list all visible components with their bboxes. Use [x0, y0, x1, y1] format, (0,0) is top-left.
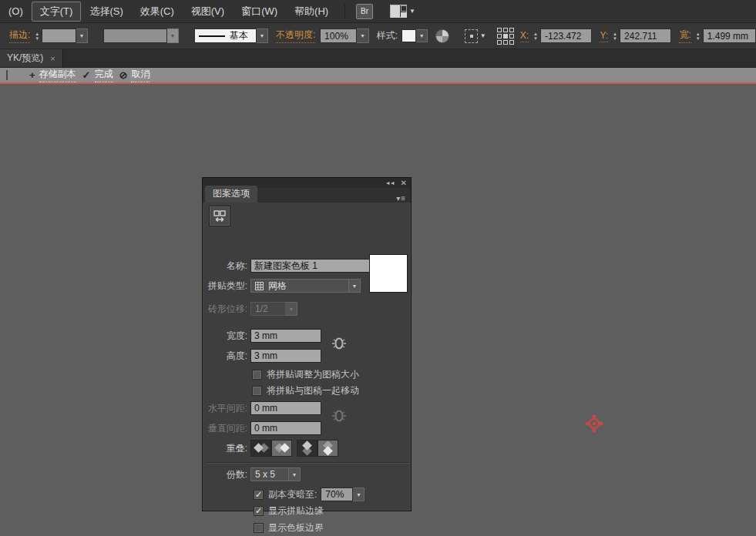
- reference-point-locator[interactable]: [497, 28, 514, 45]
- chevron-down-icon[interactable]: ▼: [480, 32, 486, 39]
- menu-item-type[interactable]: 文字(T): [32, 2, 82, 22]
- width-label[interactable]: 宽:: [679, 28, 690, 43]
- bridge-icon[interactable]: Br: [356, 4, 373, 19]
- move-tile-with-art-label: 将拼贴与图稿一起移动: [267, 384, 359, 397]
- dim-copies-label: 副本变暗至:: [268, 488, 317, 501]
- h-spacing-label: 水平间距:: [203, 402, 250, 415]
- show-swatch-bounds-checkbox[interactable]: [254, 523, 264, 533]
- stroke-weight-field[interactable]: [42, 28, 76, 43]
- overlap-bottom-in-front-button[interactable]: [318, 440, 338, 457]
- y-stepper[interactable]: ▲▼: [613, 32, 617, 41]
- workspace-layout-icon[interactable]: [390, 5, 407, 18]
- tile-type-label: 拼贴类型:: [203, 280, 250, 293]
- plus-icon: +: [29, 69, 35, 81]
- tile-width-label: 宽度:: [203, 330, 250, 343]
- size-tile-to-art-label: 将拼贴调整为图稿大小: [267, 368, 359, 381]
- close-icon[interactable]: ✕: [401, 179, 407, 187]
- style-dropdown-button[interactable]: ▼: [416, 29, 428, 42]
- opacity-field[interactable]: 100%: [320, 28, 357, 43]
- tile-type-dropdown[interactable]: 网格: [250, 279, 349, 293]
- pattern-tile-tool-icon: [213, 209, 227, 223]
- close-icon[interactable]: ×: [50, 54, 55, 63]
- style-label: 样式:: [377, 29, 398, 42]
- pattern-options-panel: ◄◄ ✕ 图案选项 ▾≡ 名称: 拼贴类型:: [202, 177, 412, 511]
- center-dot: [470, 35, 473, 38]
- brick-offset-value: 1/2: [255, 303, 268, 314]
- chevron-down-icon: ▼: [360, 33, 365, 39]
- dim-copies-dropdown-button[interactable]: ▼: [353, 487, 365, 501]
- panel-menu-icon[interactable]: ▾≡: [396, 194, 411, 203]
- workspace-cell: [401, 5, 407, 12]
- tile-height-input[interactable]: [250, 349, 321, 363]
- chevron-down-icon: ▼: [259, 33, 264, 39]
- document-tab[interactable]: YK/预览) ×: [0, 49, 63, 67]
- show-swatch-bounds-label: 显示色板边界: [268, 521, 324, 534]
- tile-width-input[interactable]: [250, 329, 321, 343]
- opacity-dropdown-button[interactable]: ▼: [357, 28, 368, 43]
- overlap-vertical-group: [297, 440, 338, 457]
- document-tab-title: YK/预览): [7, 52, 43, 65]
- copies-dropdown-button[interactable]: ▼: [289, 467, 301, 481]
- copies-dropdown[interactable]: 5 x 5: [250, 467, 289, 481]
- chevron-down-icon: ▼: [419, 33, 425, 39]
- chevron-down-icon[interactable]: ▼: [409, 8, 415, 15]
- tile-type-dropdown-button[interactable]: ▼: [349, 279, 361, 293]
- select-similar-icon[interactable]: [465, 29, 478, 43]
- save-copy-button[interactable]: 存储副本: [39, 68, 76, 82]
- move-tile-with-art-checkbox[interactable]: [252, 386, 262, 396]
- brick-offset-dropdown: 1/2: [250, 302, 286, 316]
- overlap-label: 重叠:: [203, 442, 250, 455]
- chevron-down-icon: ▼: [356, 492, 361, 497]
- cancel-button[interactable]: 取消: [131, 68, 150, 82]
- recolor-artwork-icon[interactable]: [435, 29, 449, 43]
- width-field[interactable]: 1.499 mm: [703, 28, 756, 43]
- mode-bar-divider: [6, 70, 8, 80]
- variable-width-dropdown-button[interactable]: ▼: [167, 28, 179, 43]
- dim-copies-dropdown[interactable]: 70%: [321, 487, 353, 501]
- v-spacing-label: 垂直间距:: [203, 422, 250, 435]
- dim-copies-checkbox[interactable]: ✓: [254, 490, 264, 500]
- document-tab-bar: YK/预览) ×: [0, 49, 756, 68]
- stroke-label[interactable]: 描边:: [9, 28, 30, 43]
- opacity-label[interactable]: 不透明度:: [276, 28, 315, 43]
- size-tile-to-art-checkbox[interactable]: [252, 370, 262, 380]
- menu-item-window[interactable]: 窗口(W): [233, 2, 286, 22]
- workspace-cell: [401, 12, 407, 18]
- tab-pattern-options[interactable]: 图案选项: [205, 186, 257, 203]
- menu-item-effect[interactable]: 效果(C): [132, 2, 183, 22]
- width-stepper[interactable]: ▲▼: [696, 32, 701, 41]
- x-field[interactable]: -123.472: [540, 28, 592, 43]
- tile-height-label: 高度:: [203, 350, 250, 363]
- panel-divider: [206, 462, 409, 464]
- done-button[interactable]: 完成: [95, 68, 113, 82]
- brush-dropdown-button[interactable]: ▼: [257, 28, 268, 43]
- menu-item-select[interactable]: 选择(S): [81, 2, 131, 22]
- brush-name: 基本: [230, 29, 248, 42]
- overlap-top-in-front-button[interactable]: [297, 440, 318, 457]
- x-stepper[interactable]: ▲▼: [533, 32, 538, 41]
- overlap-left-in-front-button[interactable]: [250, 440, 271, 457]
- collapse-to-icons-icon[interactable]: ◄◄: [385, 180, 395, 186]
- stroke-weight-dropdown-button[interactable]: ▼: [76, 28, 88, 43]
- x-label[interactable]: X:: [520, 30, 529, 42]
- chevron-down-icon: ▼: [79, 33, 84, 39]
- dim-copies-value: 70%: [325, 489, 344, 500]
- show-tile-edge-checkbox[interactable]: ✓: [254, 506, 264, 516]
- left-front-diamonds-icon: [254, 442, 268, 454]
- h-spacing-input: [250, 401, 321, 415]
- brick-offset-label: 砖形位移:: [203, 303, 250, 316]
- brush-stroke-preview: [199, 35, 225, 37]
- menu-item-view[interactable]: 视图(V): [183, 2, 233, 22]
- overlap-right-in-front-button[interactable]: [271, 440, 292, 457]
- variable-width-profile-field[interactable]: [103, 28, 167, 43]
- brush-definition-field[interactable]: 基本: [194, 28, 257, 43]
- menu-item-help[interactable]: 帮助(H): [286, 2, 337, 22]
- stroke-weight-stepper[interactable]: ▲▼: [35, 32, 39, 41]
- y-label[interactable]: Y:: [600, 30, 608, 42]
- top-front-diamonds-icon: [302, 441, 313, 455]
- style-swatch[interactable]: [402, 29, 416, 42]
- y-field[interactable]: 242.711: [620, 28, 671, 43]
- right-front-diamonds-icon: [275, 442, 289, 454]
- pattern-tile-tool-button[interactable]: [209, 206, 230, 226]
- menu-item-object-partial[interactable]: (O): [0, 2, 32, 20]
